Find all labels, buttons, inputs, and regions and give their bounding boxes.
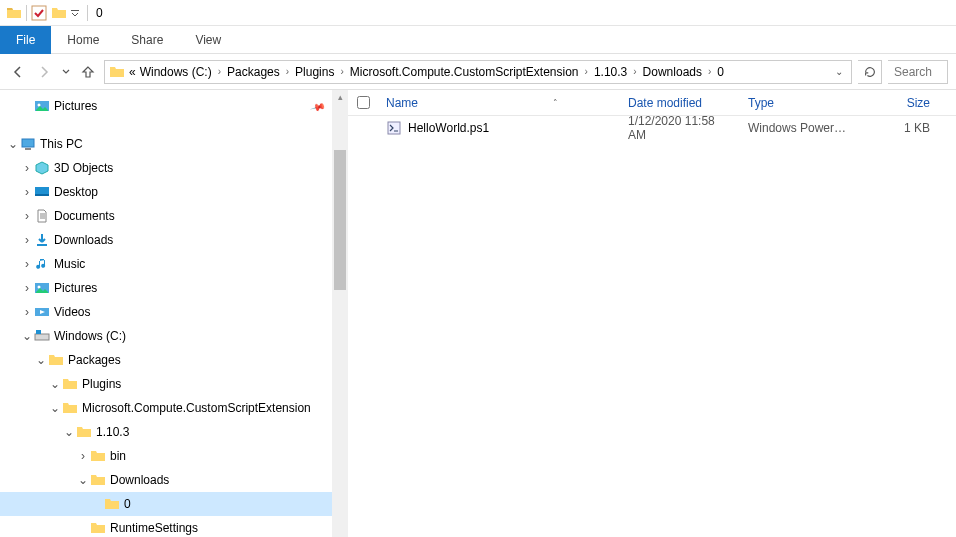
sort-asc-icon: ˄ — [553, 98, 558, 108]
expand-icon[interactable] — [20, 281, 34, 295]
tree-item-zero[interactable]: 0 — [0, 492, 332, 516]
tree-item-pictures[interactable]: Pictures — [0, 276, 332, 300]
collapse-icon[interactable] — [62, 425, 76, 439]
navigation-row: « Windows (C:)› Packages› Plugins› Micro… — [0, 54, 956, 90]
chevron-right-icon[interactable]: › — [631, 66, 638, 77]
tree-item-version[interactable]: 1.10.3 — [0, 420, 332, 444]
forward-button[interactable] — [34, 62, 54, 82]
chevron-right-icon[interactable]: › — [706, 66, 713, 77]
tab-home[interactable]: Home — [51, 26, 115, 54]
tree-item-desktop[interactable]: Desktop — [0, 180, 332, 204]
svg-rect-0 — [32, 6, 46, 20]
breadcrumb[interactable]: Plugins› — [295, 65, 346, 79]
select-all-checkbox[interactable] — [357, 96, 370, 109]
scroll-up-icon[interactable]: ▴ — [332, 92, 348, 102]
pictures-icon — [34, 280, 50, 296]
chevron-right-icon[interactable]: › — [216, 66, 223, 77]
tree-item-documents[interactable]: Documents — [0, 204, 332, 228]
column-label: Name — [386, 96, 418, 110]
tree-label: Desktop — [54, 185, 98, 199]
collapse-icon[interactable] — [76, 473, 90, 487]
tree-item-downloads-sub[interactable]: Downloads — [0, 468, 332, 492]
tree-item-runtime[interactable]: RuntimeSettings — [0, 516, 332, 537]
back-button[interactable] — [8, 62, 28, 82]
breadcrumb[interactable]: 1.10.3› — [594, 65, 639, 79]
search-input[interactable]: Search — [888, 60, 948, 84]
column-type[interactable]: Type — [740, 90, 858, 115]
tree-item-3d-objects[interactable]: 3D Objects — [0, 156, 332, 180]
tree-item-videos[interactable]: Videos — [0, 300, 332, 324]
breadcrumb[interactable]: Downloads› — [643, 65, 714, 79]
file-tab-label: File — [16, 33, 35, 47]
collapse-icon[interactable] — [48, 401, 62, 415]
address-bar[interactable]: « Windows (C:)› Packages› Plugins› Micro… — [104, 60, 852, 84]
refresh-button[interactable] — [858, 60, 882, 84]
tree-item-downloads[interactable]: Downloads — [0, 228, 332, 252]
expand-icon[interactable] — [20, 209, 34, 223]
folder-icon — [90, 472, 106, 488]
scroll-thumb[interactable] — [334, 150, 346, 290]
recent-dropdown[interactable] — [60, 62, 72, 82]
downloads-icon — [34, 232, 50, 248]
tab-share[interactable]: Share — [115, 26, 179, 54]
expand-icon[interactable] — [20, 257, 34, 271]
address-dropdown-icon[interactable]: ⌄ — [831, 66, 847, 77]
expand-icon[interactable] — [20, 161, 34, 175]
file-name-cell[interactable]: HelloWorld.ps1 — [378, 120, 620, 136]
drive-icon — [34, 328, 50, 344]
chevron-right-icon[interactable]: › — [338, 66, 345, 77]
tree-label: 3D Objects — [54, 161, 113, 175]
tree-item-packages[interactable]: Packages — [0, 348, 332, 372]
navigation-pane[interactable]: Pictures 📌 This PC 3D Objects Desktop Do… — [0, 90, 332, 537]
folder-icon — [76, 424, 92, 440]
tree-item-extension[interactable]: Microsoft.Compute.CustomScriptExtension — [0, 396, 332, 420]
column-size[interactable]: Size — [858, 90, 938, 115]
breadcrumb[interactable]: 0 — [717, 65, 724, 79]
expand-icon[interactable] — [76, 449, 90, 463]
tree-item-pictures-quick[interactable]: Pictures 📌 — [0, 94, 332, 118]
collapse-icon[interactable] — [20, 329, 34, 343]
properties-check-icon[interactable] — [31, 5, 47, 21]
svg-rect-12 — [35, 334, 49, 340]
folder-icon — [90, 448, 106, 464]
folder-icon — [48, 352, 64, 368]
qat-dropdown-icon[interactable] — [67, 5, 83, 21]
collapse-icon[interactable] — [34, 353, 48, 367]
tree-item-this-pc[interactable]: This PC — [0, 132, 332, 156]
expand-icon[interactable] — [20, 305, 34, 319]
file-size-cell: 1 KB — [858, 121, 938, 135]
chevron-right-icon[interactable]: › — [284, 66, 291, 77]
breadcrumb[interactable]: Packages› — [227, 65, 291, 79]
tree-item-plugins[interactable]: Plugins — [0, 372, 332, 396]
folder-icon — [104, 496, 120, 512]
expand-icon[interactable] — [20, 185, 34, 199]
tree-label: Music — [54, 257, 85, 271]
folder-small-icon[interactable] — [51, 5, 67, 21]
tree-item-bin[interactable]: bin — [0, 444, 332, 468]
collapse-icon[interactable] — [48, 377, 62, 391]
breadcrumb-label: Packages — [227, 65, 280, 79]
svg-rect-13 — [36, 330, 41, 334]
column-date[interactable]: Date modified — [620, 90, 740, 115]
nav-scrollbar[interactable]: ▴ — [332, 90, 348, 537]
column-name[interactable]: Name ˄ — [378, 90, 620, 115]
tree-item-music[interactable]: Music — [0, 252, 332, 276]
tab-view[interactable]: View — [179, 26, 237, 54]
file-row[interactable]: HelloWorld.ps1 1/12/2020 11:58 AM Window… — [348, 116, 956, 140]
tree-label: Downloads — [110, 473, 169, 487]
file-type: Windows PowerS... — [748, 121, 852, 135]
breadcrumb[interactable]: Windows (C:)› — [140, 65, 223, 79]
expand-icon[interactable] — [20, 233, 34, 247]
tree-item-c-drive[interactable]: Windows (C:) — [0, 324, 332, 348]
breadcrumb[interactable]: Microsoft.Compute.CustomScriptExtension› — [350, 65, 590, 79]
collapse-icon[interactable] — [6, 137, 20, 151]
breadcrumb-prefix[interactable]: « — [129, 65, 136, 79]
column-select-all[interactable] — [348, 93, 378, 112]
up-button[interactable] — [78, 62, 98, 82]
desktop-icon — [34, 184, 50, 200]
tree-label: Windows (C:) — [54, 329, 126, 343]
tree-label: RuntimeSettings — [110, 521, 198, 535]
file-tab[interactable]: File — [0, 26, 51, 54]
chevron-right-icon[interactable]: › — [583, 66, 590, 77]
tree-label: Microsoft.Compute.CustomScriptExtension — [82, 401, 311, 415]
